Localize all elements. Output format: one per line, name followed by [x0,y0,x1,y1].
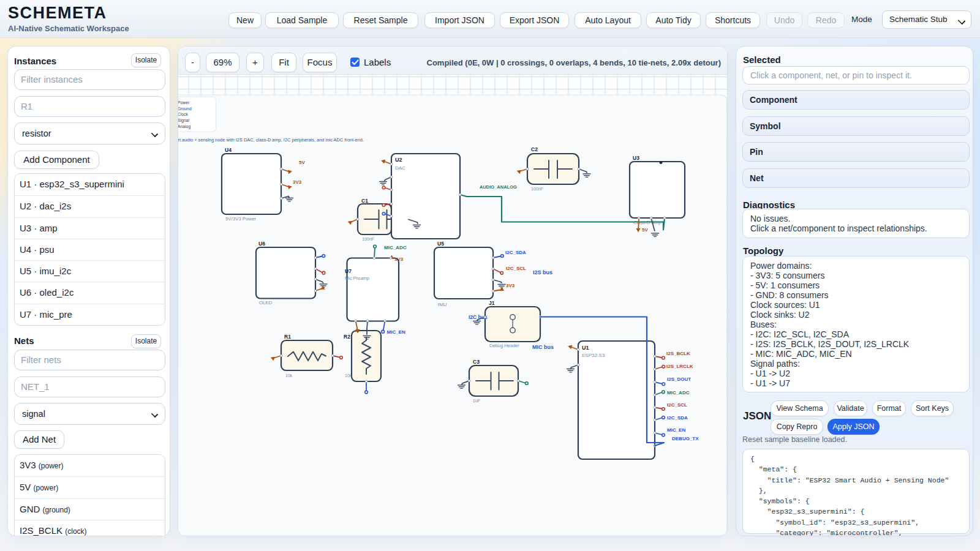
svg-text:IMU: IMU [438,302,447,307]
svg-text:100nF: 100nF [531,187,543,191]
svg-text:U5: U5 [437,241,444,247]
svg-text:I2S_DOUT: I2S_DOUT [667,377,691,382]
svg-text:U3: U3 [633,155,639,161]
svg-text:J1: J1 [489,300,495,306]
svg-text:ESP32-S3: ESP32-S3 [582,353,605,358]
svg-text:Mic Preamp: Mic Preamp [345,276,369,281]
svg-text:3V3: 3V3 [293,179,302,185]
svg-text:C2: C2 [531,146,538,152]
svg-text:5V: 5V [642,227,648,233]
svg-text:Analog: Analog [178,124,190,129]
svg-text:100nF: 100nF [362,237,374,241]
svg-text:MIC_ADC: MIC_ADC [384,245,407,250]
svg-text:MIC_EN: MIC_EN [667,427,685,433]
svg-text:R2: R2 [344,334,350,340]
svg-text:I2C_SCL: I2C_SCL [667,402,687,408]
svg-text:U6: U6 [258,241,265,247]
svg-text:I2S bus: I2S bus [533,269,552,276]
svg-text:5V: 5V [299,160,305,165]
svg-text:DAC: DAC [395,165,405,171]
svg-text:U7: U7 [345,268,352,274]
svg-text:MIC_EN: MIC_EN [387,329,405,335]
svg-text:10k: 10k [285,373,293,378]
svg-text:Debug Header: Debug Header [489,343,519,348]
svg-text:C1: C1 [361,198,368,204]
svg-text:U2: U2 [395,157,402,163]
svg-text:MIC bus: MIC bus [532,344,554,350]
svg-text:I2C_SCL: I2C_SCL [506,266,526,271]
svg-text:R1: R1 [284,334,291,340]
svg-text:rt audio + sensing node with I: rt audio + sensing node with I2S DAC, cl… [178,137,364,143]
svg-text:C3: C3 [473,359,480,365]
svg-text:I2C_SDA: I2C_SDA [667,415,688,421]
svg-text:I2S_BCLK: I2S_BCLK [666,351,690,356]
svg-text:MIC_ADC: MIC_ADC [667,390,690,395]
svg-text:3V3: 3V3 [394,257,404,262]
svg-text:DEBUG_TX: DEBUG_TX [672,436,699,441]
svg-text:Signal: Signal [178,118,189,123]
svg-text:Power: Power [178,100,190,105]
svg-text:U1: U1 [582,345,589,351]
svg-text:I2C_SDA: I2C_SDA [505,250,526,255]
svg-text:OLED: OLED [259,300,273,305]
svg-text:Clock: Clock [178,112,189,116]
svg-text:Ground: Ground [178,107,192,111]
svg-text:1uF: 1uF [473,399,480,403]
svg-text:U4: U4 [225,147,232,153]
svg-text:5V/3V3 Power: 5V/3V3 Power [225,216,256,222]
svg-text:3V3: 3V3 [506,283,515,288]
svg-text:I2S_LRCLK: I2S_LRCLK [666,364,693,369]
svg-text:10k: 10k [345,373,352,378]
svg-text:AUDIO_ANALOG: AUDIO_ANALOG [480,184,517,190]
